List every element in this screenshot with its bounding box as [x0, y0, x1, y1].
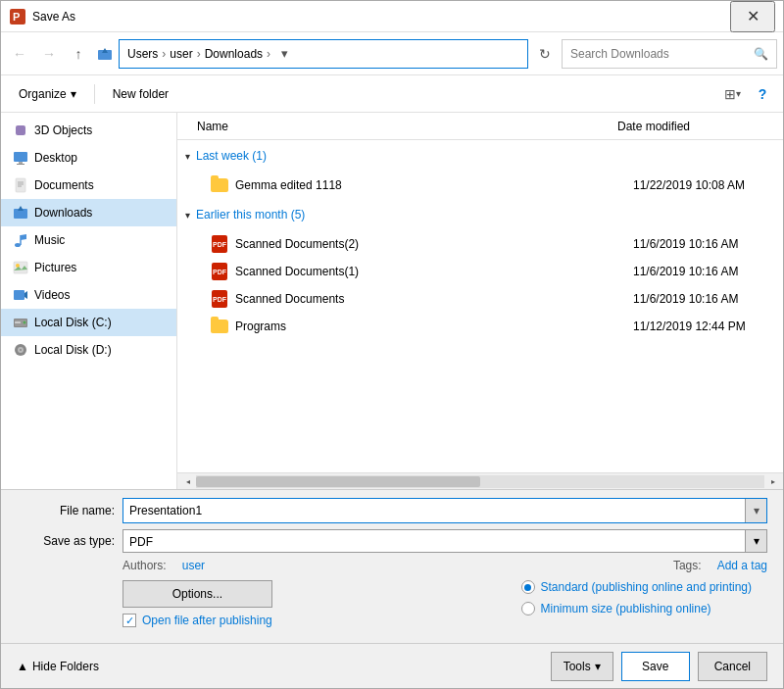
path-users[interactable]: Users — [127, 47, 158, 61]
open-after-publish-label[interactable]: Open file after publishing — [142, 614, 272, 627]
svg-point-22 — [24, 321, 26, 324]
savetype-select[interactable]: PDF ▾ — [122, 529, 767, 553]
open-after-publish-row: ✓ Open file after publishing — [122, 614, 272, 627]
file-row-scanned1[interactable]: PDF Scanned Documents(1) 11/6/2019 10:16… — [177, 258, 783, 285]
powerpoint-icon: P — [9, 8, 26, 25]
standard-radio-row: Standard (publishing online and printing… — [521, 580, 752, 594]
sidebar-item-local-disk-d[interactable]: Local Disk (D:) — [1, 336, 176, 364]
sidebar-label-music: Music — [34, 233, 65, 247]
path-sep2: › — [197, 47, 201, 61]
search-icon: 🔍 — [754, 47, 768, 61]
sidebar-item-local-disk-c[interactable]: Local Disk (C:) — [1, 309, 176, 336]
open-after-publish-checkbox[interactable]: ✓ — [122, 614, 136, 627]
hide-folders-label: Hide Folders — [32, 660, 99, 673]
sidebar-label-3d-objects: 3D Objects — [34, 123, 92, 137]
hide-folders-button[interactable]: ▲ Hide Folders — [17, 660, 99, 673]
file-date-scanned2: 11/6/2019 10:16 AM — [625, 237, 782, 251]
sidebar-item-videos[interactable]: Videos — [1, 281, 176, 309]
form-area: File name: ▾ Save as type: PDF ▾ Authors… — [1, 489, 783, 643]
music-icon — [13, 232, 28, 248]
file-row-scanned2[interactable]: PDF Scanned Documents(2) 11/6/2019 10:16… — [177, 230, 783, 258]
file-row-programs[interactable]: Programs 11/12/2019 12:44 PM — [177, 313, 783, 340]
sidebar-item-downloads[interactable]: Downloads — [1, 199, 176, 226]
group-chevron-last-week[interactable]: ▾ — [185, 151, 190, 162]
help-button[interactable]: ? — [750, 81, 775, 107]
sidebar-item-3d-objects[interactable]: 3D Objects — [1, 117, 176, 144]
path-user[interactable]: user — [170, 47, 192, 61]
scroll-track[interactable] — [196, 475, 764, 488]
file-name-scanned2: Scanned Documents(2) — [235, 237, 625, 251]
sidebar-item-desktop[interactable]: Desktop — [1, 144, 176, 172]
file-row-scanned[interactable]: PDF Scanned Documents 11/6/2019 10:16 AM — [177, 285, 783, 313]
forward-button[interactable]: → — [36, 41, 62, 67]
documents-icon — [13, 177, 28, 193]
title-bar: P Save As ✕ — [1, 1, 783, 32]
horizontal-scrollbar: ◂ ▸ — [177, 472, 783, 489]
close-button[interactable]: ✕ — [730, 1, 775, 32]
file-area: Name Date modified ▾ Last week (1) Gemma… — [177, 113, 783, 489]
svg-rect-18 — [14, 290, 24, 300]
minimum-radio-label[interactable]: Minimum size (publishing online) — [541, 602, 711, 615]
authors-value[interactable]: user — [182, 559, 205, 572]
organize-button[interactable]: Organize ▾ — [9, 80, 86, 108]
sidebar-item-documents[interactable]: Documents — [1, 172, 176, 199]
new-folder-button[interactable]: New folder — [103, 80, 178, 108]
cancel-button[interactable]: Cancel — [698, 652, 767, 681]
local-disk-c-icon — [13, 315, 28, 330]
folder-icon-programs — [210, 319, 229, 334]
group-label-last-week[interactable]: Last week (1) — [196, 149, 267, 163]
organize-label: Organize — [19, 87, 67, 101]
sidebar-label-desktop: Desktop — [34, 151, 77, 165]
standard-radio-label[interactable]: Standard (publishing online and printing… — [541, 580, 752, 594]
file-row-gemma[interactable]: Gemma edited 1118 11/22/2019 10:08 AM — [177, 172, 783, 199]
sidebar-item-music[interactable]: Music — [1, 226, 176, 254]
save-as-dialog: P Save As ✕ ← → ↑ Users › user › Downloa… — [0, 0, 784, 689]
sidebar-label-local-disk-d: Local Disk (D:) — [34, 343, 112, 357]
search-input[interactable] — [570, 47, 754, 61]
filename-row: File name: ▾ — [17, 498, 767, 523]
new-folder-label: New folder — [113, 87, 169, 101]
svg-marker-13 — [18, 206, 24, 211]
svg-point-14 — [15, 243, 21, 247]
sidebar-item-pictures[interactable]: Pictures — [1, 254, 176, 281]
pdf-icon-scanned: PDF — [210, 291, 229, 307]
path-dropdown-button[interactable]: ▾ — [274, 40, 294, 68]
location-icon — [95, 44, 115, 64]
refresh-button[interactable]: ↻ — [532, 41, 558, 67]
filename-dropdown-button[interactable]: ▾ — [745, 499, 766, 522]
sidebar-label-videos: Videos — [34, 288, 70, 302]
back-button[interactable]: ← — [7, 41, 32, 67]
pictures-icon — [13, 260, 28, 275]
standard-radio-dot — [524, 584, 531, 591]
file-name-scanned1: Scanned Documents(1) — [235, 265, 625, 278]
column-name[interactable]: Name — [177, 120, 610, 133]
meta-row: Authors: user Tags: Add a tag — [17, 559, 767, 572]
main-content: 3D Objects Desktop Documents Downloads — [1, 113, 783, 489]
tools-arrow: ▾ — [595, 660, 601, 673]
path-downloads[interactable]: Downloads — [205, 47, 263, 61]
save-button[interactable]: Save — [621, 652, 690, 681]
group-label-earlier[interactable]: Earlier this month (5) — [196, 208, 305, 221]
options-button[interactable]: Options... — [122, 580, 272, 608]
tags-value[interactable]: Add a tag — [717, 559, 767, 572]
authors-label: Authors: — [122, 559, 167, 572]
savetype-label: Save as type: — [17, 534, 115, 548]
sidebar-label-documents: Documents — [34, 178, 94, 192]
scroll-right-button[interactable]: ▸ — [764, 475, 781, 488]
3d-objects-icon — [13, 123, 28, 138]
svg-rect-6 — [19, 162, 23, 164]
up-button[interactable]: ↑ — [66, 41, 91, 67]
column-date[interactable]: Date modified — [610, 120, 766, 133]
dialog-title: Save As — [32, 10, 730, 24]
scroll-left-button[interactable]: ◂ — [179, 475, 196, 488]
search-box: 🔍 — [562, 39, 777, 69]
sidebar-label-downloads: Downloads — [34, 206, 92, 220]
view-arrow: ▾ — [736, 88, 741, 99]
filename-input[interactable] — [123, 499, 745, 522]
tools-button[interactable]: Tools ▾ — [551, 652, 613, 681]
minimum-radio[interactable] — [521, 602, 535, 615]
view-button[interactable]: ⊞ ▾ — [718, 80, 746, 108]
group-chevron-earlier[interactable]: ▾ — [185, 210, 190, 221]
folder-icon-gemma — [210, 177, 229, 193]
standard-radio[interactable] — [521, 580, 535, 594]
